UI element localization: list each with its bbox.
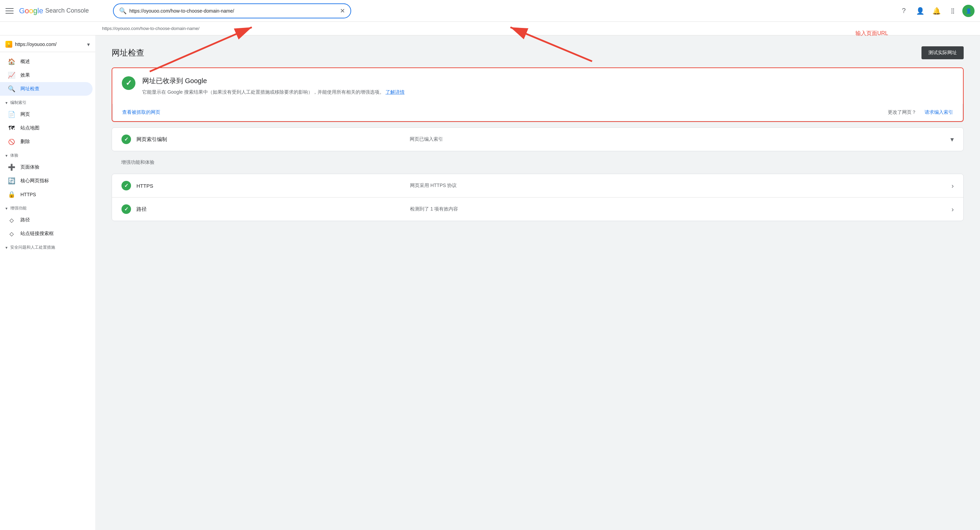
accounts-button[interactable]: 👤 [913, 4, 927, 18]
section-indexing-label: 编制索引 [10, 100, 27, 105]
https-value: 网页采用 HTTPS 协议 [410, 183, 946, 189]
view-crawled-page-link[interactable]: 查看被抓取的网页 [122, 109, 160, 115]
indexing-chevron-icon: ▾ [950, 135, 954, 144]
sidebar-item-sitemaps[interactable]: 🗺 站点地图 [0, 121, 92, 135]
sidebar-item-overview-label: 概述 [21, 59, 30, 65]
status-title: 网址已收录到 Google [142, 76, 953, 86]
apps-button[interactable]: ⣿ [946, 4, 959, 18]
breadcrumbs-chevron-icon: › [951, 205, 954, 213]
footer-right-actions: 更改了网页？ 请求编入索引 [888, 109, 953, 115]
sidebar-item-breadcrumbs-label: 路径 [21, 217, 30, 223]
https-card-header[interactable]: ✓ HTTPS 网页采用 HTTPS 协议 › [112, 174, 963, 198]
breadcrumbs-card-header[interactable]: ✓ 路径 检测到了 1 项有效内容 › [112, 198, 963, 221]
https-chevron-icon: › [951, 182, 954, 190]
request-indexing-link[interactable]: 请求编入索引 [924, 109, 953, 115]
https-status-icon: ✓ [121, 181, 131, 190]
section-header-enhancements[interactable]: ▾ 增强功能 [0, 201, 95, 213]
home-icon: 🏠 [8, 58, 15, 65]
sidebar-item-pages-label: 网页 [21, 112, 30, 118]
section-enhancements-label: 增强功能 [10, 205, 27, 211]
search-input[interactable] [129, 8, 337, 14]
sidebar-item-sitelinks-label: 站点链接搜索框 [21, 231, 54, 237]
bell-icon: 🔔 [932, 7, 941, 15]
enhancements-card: ✓ HTTPS 网页采用 HTTPS 协议 › ✓ 路径 检测到了 1 项有效内… [111, 174, 964, 221]
page-header-row: 网址检查 测试实际网址 [111, 46, 964, 59]
indexing-status-icon: ✓ [121, 134, 131, 144]
help-button[interactable]: ? [897, 4, 911, 18]
status-content: 网址已收录到 Google 它能显示在 Google 搜索结果中（如果没有受到人… [142, 76, 953, 96]
sidebar-item-performance-label: 效果 [21, 72, 30, 78]
section-security-label: 安全问题和人工处置措施 [10, 244, 55, 251]
indexing-label: 网页索引编制 [137, 136, 404, 143]
search-nav-icon: 🔍 [8, 86, 15, 92]
sidebar-item-page-experience[interactable]: ➕ 页面体验 [0, 160, 92, 174]
breadcrumbs-value: 检测到了 1 项有效内容 [410, 206, 946, 212]
sidebar-item-removals-label: 删除 [21, 139, 30, 145]
sidebar-item-breadcrumbs[interactable]: ◇ 路径 [0, 213, 92, 227]
menu-icon[interactable] [5, 7, 14, 15]
security-chevron: ▾ [5, 245, 8, 250]
sidebar-item-core-web-vitals[interactable]: 🔄 核心网页指标 [0, 174, 92, 188]
learn-more-link[interactable]: 了解详情 [385, 89, 404, 95]
https-nav-icon: 🔒 [8, 191, 15, 198]
search-bar-wrapper: 🔍 ✕ [113, 3, 351, 18]
status-card-footer: 查看被抓取的网页 更改了网页？ 请求编入索引 [112, 104, 963, 121]
sidebar-item-pages[interactable]: 📄 网页 [0, 108, 92, 121]
site-url: https://oyouoo.com/ [15, 42, 84, 47]
breadcrumbs-icon: ◇ [8, 217, 15, 223]
site-selector[interactable]: 💡 https://oyouoo.com/ ▾ [0, 38, 95, 52]
sidebar-item-url-inspection-label: 网址检查 [21, 86, 40, 92]
sidebar-item-https-label: HTTPS [21, 192, 36, 197]
sidebar-item-overview[interactable]: 🏠 概述 [0, 55, 92, 69]
notifications-button[interactable]: 🔔 [930, 4, 943, 18]
status-icon: ✓ [122, 76, 135, 90]
status-card: ✓ 网址已收录到 Google 它能显示在 Google 搜索结果中（如果没有受… [112, 68, 963, 104]
sidebar-item-sitemaps-label: 站点地图 [21, 125, 40, 131]
url-display-text: https://oyouoo.com/how-to-choose-domain-… [102, 26, 199, 31]
https-label: HTTPS [137, 183, 404, 189]
sidebar-item-url-inspection[interactable]: 🔍 网址检查 [0, 82, 92, 96]
avatar[interactable]: 👤 [962, 5, 975, 17]
sitemaps-icon: 🗺 [8, 125, 15, 131]
sidebar: 💡 https://oyouoo.com/ ▾ 🏠 概述 📈 效果 🔍 网址检查… [0, 35, 95, 530]
section-header-security[interactable]: ▾ 安全问题和人工处置措施 [0, 241, 95, 252]
section-experience-label: 体验 [10, 153, 18, 158]
sidebar-item-https[interactable]: 🔒 HTTPS [0, 188, 92, 201]
search-bar: 🔍 ✕ [113, 3, 351, 18]
performance-icon: 📈 [8, 72, 15, 79]
removals-icon: 🚫 [8, 138, 15, 145]
breadcrumbs-section-label: 路径 [137, 206, 404, 212]
url-display-bar: https://oyouoo.com/how-to-choose-domain-… [0, 22, 980, 35]
header-actions: ? 👤 🔔 ⣿ 👤 [897, 4, 975, 18]
clear-icon[interactable]: ✕ [340, 8, 345, 14]
help-icon: ? [902, 7, 905, 14]
accounts-icon: 👤 [916, 7, 924, 15]
changed-label: 更改了网页？ [888, 109, 916, 115]
main-content: 网址检查 测试实际网址 ✓ 网址已收录到 Google 它能显示在 Google… [95, 35, 980, 530]
enhancements-group-label: 增强功能和体验 [111, 151, 964, 168]
sidebar-item-cwv-label: 核心网页指标 [21, 178, 49, 184]
status-card-container: ✓ 网址已收录到 Google 它能显示在 Google 搜索结果中（如果没有受… [111, 67, 964, 122]
sidebar-item-sitelinks-searchbox[interactable]: ◇ 站点链接搜索框 [0, 227, 92, 241]
indexing-card-header[interactable]: ✓ 网页索引编制 网页已编入索引 ▾ [112, 128, 963, 151]
breadcrumbs-status-icon: ✓ [121, 204, 131, 214]
search-icon: 🔍 [119, 7, 127, 14]
status-description: 它能显示在 Google 搜索结果中（如果没有受到人工处置措施或移除要求的影响）… [142, 88, 953, 96]
sidebar-item-page-experience-label: 页面体验 [21, 164, 40, 170]
test-url-button[interactable]: 测试实际网址 [921, 46, 964, 59]
page-exp-icon: ➕ [8, 164, 15, 171]
section-header-experience[interactable]: ▾ 体验 [0, 148, 95, 160]
avatar-letter: 👤 [966, 8, 972, 14]
google-logo: Google [19, 6, 43, 15]
experience-chevron: ▾ [5, 153, 8, 158]
apps-icon: ⣿ [951, 8, 955, 14]
product-name: Search Console [45, 7, 89, 14]
sidebar-item-removals[interactable]: 🚫 删除 [0, 135, 92, 148]
page-title: 网址检查 [111, 47, 144, 58]
site-selector-chevron: ▾ [87, 41, 90, 48]
enhancements-chevron: ▾ [5, 206, 8, 211]
sidebar-item-performance[interactable]: 📈 效果 [0, 69, 92, 82]
app-header: Google Search Console 🔍 ✕ ? 👤 🔔 ⣿ 👤 [0, 0, 980, 22]
cwv-icon: 🔄 [8, 177, 15, 184]
section-header-indexing[interactable]: ▾ 编制索引 [0, 96, 95, 108]
